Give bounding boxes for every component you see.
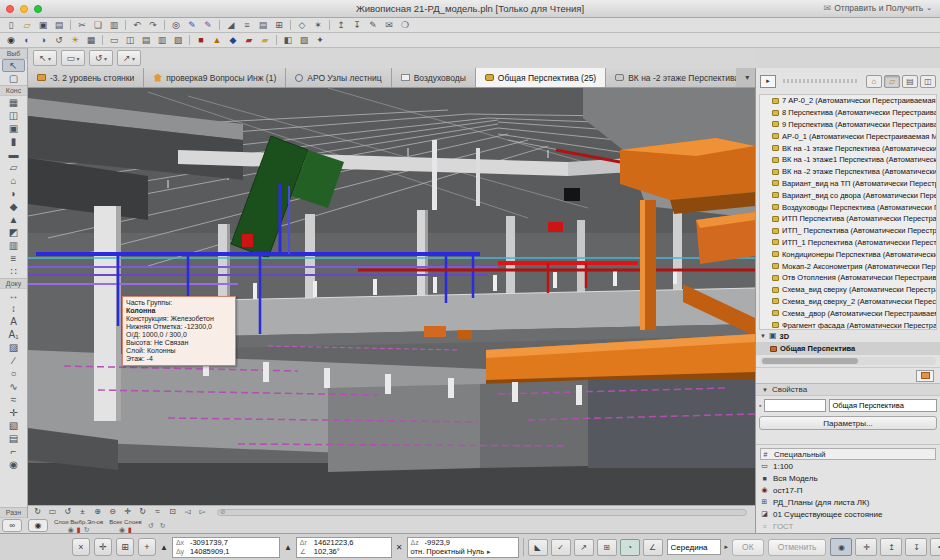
window-tool[interactable]: ▣ (0, 122, 27, 135)
layers[interactable]: ▤ (255, 19, 271, 31)
quick-option-row[interactable]: РД_Планы (для листа ЛК) (760, 496, 936, 508)
navigator-view-item[interactable]: 8 Перспектива (Автоматически Перестраива… (772, 107, 936, 119)
navigator-view-item[interactable]: ИТП_ Перспектива (Автоматически Перестра… (772, 225, 936, 237)
view-tab[interactable]: АРО Узлы лестниц (286, 68, 391, 87)
elevation-field[interactable]: Δz-9923,9 отн. Проектный Нуль▸ (407, 537, 519, 558)
properties-header[interactable]: ▼ Свойства (756, 383, 940, 396)
view-tab[interactable]: Воздуховоды (392, 68, 476, 87)
paste[interactable]: ▥ (106, 19, 122, 31)
navigator-view-item[interactable]: ИТП_1 Перспектива (Автоматически Перестр… (772, 237, 936, 249)
zoom-out[interactable]: ⊖ (105, 507, 120, 518)
tree-node-3d[interactable]: ▼ ▣ 3D (756, 330, 940, 342)
fill-tool[interactable]: ▨ (0, 341, 27, 354)
move-up-mode[interactable]: ↥ (880, 538, 902, 556)
view-id-field[interactable] (764, 399, 826, 412)
teamwork-receive[interactable]: ▰ (257, 34, 273, 46)
explore-mode[interactable]: ✚ (930, 538, 940, 556)
column-tool[interactable]: ▮ (0, 135, 27, 148)
element-settings[interactable]: ◢ (223, 19, 239, 31)
magic-wand[interactable]: ✶ (310, 19, 326, 31)
drawing-tool[interactable]: ▤ (0, 432, 27, 445)
open-project[interactable]: ▱ (19, 19, 35, 31)
snap-grid[interactable]: ⊞ (597, 539, 617, 556)
pan[interactable]: ✛ (120, 507, 135, 518)
marker-blue[interactable]: ◆ (225, 34, 241, 46)
dimension-tool[interactable]: ↔ (0, 289, 27, 302)
wall-tool[interactable]: ▦ (0, 96, 27, 109)
hotspot-tool[interactable]: ✛ (0, 406, 27, 419)
quick-option-row[interactable]: Специальный (760, 448, 936, 460)
organizer-button[interactable]: ▸ (760, 75, 776, 88)
undo-layers-icon[interactable]: ↺ (148, 522, 154, 529)
navigator-view-item[interactable]: ИТП Перспектива (Автоматически Перестраи… (772, 213, 936, 225)
current-view-item[interactable]: Общая Перспектива (756, 342, 940, 355)
mesh-tool[interactable]: ▲ (0, 213, 27, 226)
view-tab[interactable]: Общая Перспектива (25) (476, 68, 606, 87)
project-map-button[interactable] (866, 75, 882, 88)
refresh-view[interactable]: ↻ (30, 507, 45, 518)
viewport-scrollbar[interactable]: ⊘ (217, 509, 747, 516)
add-point-button[interactable]: + (138, 538, 156, 556)
print[interactable]: ▤ (51, 19, 67, 31)
show-hide-glasses-button[interactable]: ∞ (2, 519, 22, 532)
bookmark[interactable]: ❍ (397, 19, 413, 31)
zoom-in[interactable]: ⊕ (90, 507, 105, 518)
disclosure-triangle-icon[interactable]: ▼ (760, 333, 766, 339)
worksheet-window[interactable]: ▥ (154, 34, 170, 46)
tracker-settings-button[interactable]: ✛ (94, 538, 112, 556)
roof-tool[interactable]: ⌂ (0, 174, 27, 187)
navigator-view-item[interactable]: Вариант_вид со двора (Автоматически Пере… (772, 189, 936, 201)
find-select[interactable]: ◎ (168, 19, 184, 31)
globe-view[interactable]: ◑ (35, 34, 51, 46)
teamwork-send[interactable]: ▰ (241, 34, 257, 46)
line-tool[interactable]: ∕ (0, 354, 27, 367)
marker-red[interactable]: ■ (193, 34, 209, 46)
curtain-wall-tool[interactable]: ▥ (0, 239, 27, 252)
info[interactable]: ✦ (312, 34, 328, 46)
eye-icon[interactable]: ◉ (119, 526, 125, 533)
view-tab[interactable]: -3. 2 уровень стоянки (28, 68, 144, 87)
xy-coordinate-field[interactable]: Δx-3091739,7 Δy14085909,1 (172, 537, 280, 558)
pan-mode[interactable]: ✛ (855, 538, 877, 556)
view-name-field[interactable] (829, 399, 937, 412)
suspend-groups[interactable]: ◇ (294, 19, 310, 31)
section-tool[interactable]: ⌐ (0, 445, 27, 458)
grid-snap-button[interactable]: ⊞ (116, 538, 134, 556)
layer-head-button[interactable]: ◉ (28, 519, 48, 532)
quick-option-row[interactable]: ГОСТ (760, 520, 936, 532)
beam-tool[interactable]: ▬ (0, 148, 27, 161)
rotate-options[interactable]: ↺ (89, 50, 113, 66)
move-up[interactable]: ↥ (333, 19, 349, 31)
quick-option-row[interactable]: 1:100 (760, 460, 936, 472)
snap-grid[interactable]: ⊞ (271, 19, 287, 31)
panel-drag-handle[interactable] (783, 79, 859, 83)
distance-angle-field[interactable]: Δr14621223,6 ∠102,36° (296, 537, 392, 558)
navigator-view-item[interactable]: ВК на -2 этаже Перспектива (Автоматическ… (772, 166, 936, 178)
navigator-view-item[interactable]: Схема_вид сверху_2 (Автоматически Перест… (772, 296, 936, 308)
line-weight[interactable]: ≡ (239, 19, 255, 31)
cancel-button[interactable]: Отменить (768, 539, 827, 556)
navigator-view-item[interactable]: 9 Перспектива (Автоматически Перестраива… (772, 119, 936, 131)
3d-window[interactable]: ▧ (170, 34, 186, 46)
orbit[interactable]: ↺ (60, 507, 75, 518)
view-tab[interactable]: ВК на -2 этаже Перспектива (606, 68, 736, 87)
zoom-percent[interactable]: ± (75, 507, 90, 518)
close-tracker-button[interactable]: × (72, 538, 90, 556)
walk[interactable]: ≈ (150, 507, 165, 518)
marquee-options[interactable]: ▭ (61, 50, 85, 66)
polyline-tool[interactable]: ∿ (0, 380, 27, 393)
new-item-button[interactable] (916, 370, 934, 382)
arrow-options[interactable]: ↖ (33, 50, 57, 66)
zoom-box[interactable]: ▭ (45, 507, 60, 518)
favorites[interactable]: ◧ (280, 34, 296, 46)
rotate-view[interactable]: ↻ (135, 507, 150, 518)
move-down-mode[interactable]: ↧ (905, 538, 927, 556)
render[interactable]: ▦ (83, 34, 99, 46)
view-map-button[interactable] (884, 75, 900, 88)
door-tool[interactable]: ◫ (0, 109, 27, 122)
section-window[interactable]: ◫ (122, 34, 138, 46)
save[interactable]: ▣ (35, 19, 51, 31)
navigator-view-item[interactable]: Мокап-2 Аксонометрия (Автоматически Пере… (772, 260, 936, 272)
snap-relative[interactable]: ∠ (643, 539, 663, 556)
camera-tool[interactable]: ◉ (0, 458, 27, 471)
